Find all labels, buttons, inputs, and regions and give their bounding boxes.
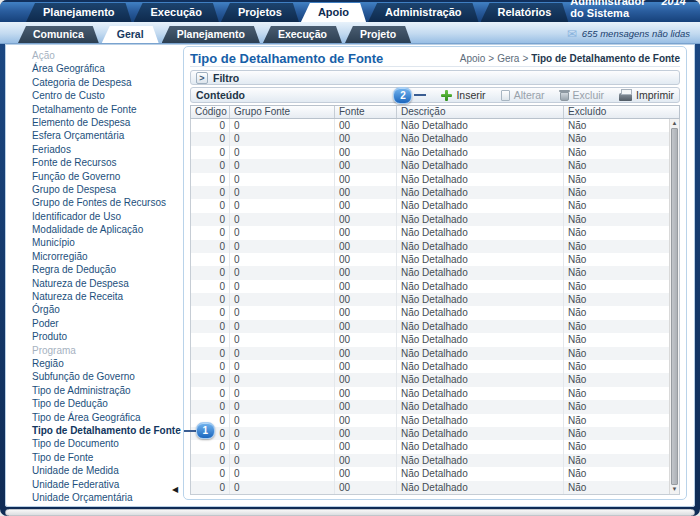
table-row[interactable]: 0000Não DetalhadoNão <box>191 414 669 427</box>
expand-filter-button[interactable]: > <box>196 72 208 84</box>
table-row[interactable]: 0000Não DetalhadoNão <box>191 253 669 266</box>
table-row[interactable]: 0000Não DetalhadoNão <box>191 400 669 413</box>
sidebar-item-tipo-de-area-geografica[interactable]: Tipo de Área Geográfica <box>32 411 181 424</box>
table-cell: 0 <box>191 467 230 480</box>
table-row[interactable]: 0000Não DetalhadoNão <box>191 173 669 186</box>
vertical-scrollbar[interactable]: ▲ ▼ <box>669 119 679 494</box>
unread-messages-link[interactable]: 655 mensagens não lidas <box>582 28 690 39</box>
sidebar-item-elemento-de-despesa[interactable]: Elemento de Despesa <box>32 116 181 129</box>
table-row[interactable]: 0000Não DetalhadoNão <box>191 306 669 319</box>
sidebar-item-microrregiao[interactable]: Microrregião <box>32 250 181 263</box>
table-cell: Não Detalhado <box>397 159 564 172</box>
table-row[interactable]: 0000Não DetalhadoNão <box>191 159 669 172</box>
primary-tab-planejamento[interactable]: Planejamento <box>26 3 132 22</box>
primary-tab-execucao[interactable]: Execução <box>134 3 219 22</box>
primary-tab-apoio[interactable]: Apoio <box>301 3 366 22</box>
sidebar-item-unidade-de-medida[interactable]: Unidade de Medida <box>32 464 181 477</box>
table-cell: 00 <box>335 427 397 440</box>
sidebar-item-tipo-de-documento[interactable]: Tipo de Documento <box>32 437 181 450</box>
sidebar-item-regiao[interactable]: Região <box>32 357 181 370</box>
table-cell: Não <box>564 199 669 212</box>
secondary-tab-comunica[interactable]: Comunica <box>18 26 99 43</box>
toolbar-button-label: Alterar <box>514 89 545 101</box>
sidebar-item-fonte-de-recursos[interactable]: Fonte de Recursos <box>32 156 181 169</box>
filter-section-bar: > Filtro <box>190 70 680 85</box>
table-row[interactable]: 0000Não DetalhadoNão <box>191 240 669 253</box>
sidebar-item-grupo-de-fontes-de-recursos[interactable]: Grupo de Fontes de Recursos <box>32 196 181 209</box>
sidebar-item-subfuncao-de-governo[interactable]: Subfunção de Governo <box>32 370 181 383</box>
table-row[interactable]: 0000Não DetalhadoNão <box>191 467 669 480</box>
table-row[interactable]: 0000Não DetalhadoNão <box>191 454 669 467</box>
sidebar-item-regra-de-deducao[interactable]: Regra de Dedução <box>32 263 181 276</box>
alterar-button[interactable]: Alterar <box>501 89 545 101</box>
sidebar-item-municipio[interactable]: Município <box>32 236 181 249</box>
breadcrumb-apoio[interactable]: Apoio <box>460 53 486 64</box>
table-row[interactable]: 0000Não DetalhadoNão <box>191 427 669 440</box>
secondary-tab-execucao[interactable]: Execução <box>263 26 342 43</box>
table-row[interactable]: 0000Não DetalhadoNão <box>191 440 669 453</box>
table-row[interactable]: 0000Não DetalhadoNão <box>191 320 669 333</box>
sidebar-collapse-icon[interactable]: ◀ <box>172 485 178 494</box>
sidebar-item-poder[interactable]: Poder <box>32 317 181 330</box>
secondary-tab-projeto[interactable]: Projeto <box>345 26 411 43</box>
table-row[interactable]: 0000Não DetalhadoNão <box>191 146 669 159</box>
imprimir-button[interactable]: Imprimir <box>619 89 674 101</box>
scrollbar-thumb[interactable] <box>671 128 678 485</box>
sidebar-item-tipo-de-fonte[interactable]: Tipo de Fonte <box>32 451 181 464</box>
table-cell: 00 <box>335 454 397 467</box>
primary-tab-administracao[interactable]: Administração <box>368 3 478 22</box>
excluir-button[interactable]: Excluir <box>560 89 605 101</box>
column-header-codigo[interactable]: Código <box>191 106 230 118</box>
breadcrumb-gera[interactable]: Gera <box>497 53 519 64</box>
secondary-tab-planejamento[interactable]: Planejamento <box>162 26 260 43</box>
table-row[interactable]: 0000Não DetalhadoNão <box>191 347 669 360</box>
sidebar-item-identificador-de-uso[interactable]: Identificador de Uso <box>32 210 181 223</box>
sidebar-item-feriados[interactable]: Feriados <box>32 143 181 156</box>
sidebar-item-grupo-de-despesa[interactable]: Grupo de Despesa <box>32 183 181 196</box>
primary-tab-relatorios[interactable]: Relatórios <box>481 3 569 22</box>
sidebar-item-unidade-orcamentaria[interactable]: Unidade Orçamentária <box>32 491 181 504</box>
table-row[interactable]: 0000Não DetalhadoNão <box>191 132 669 145</box>
table-row[interactable]: 0000Não DetalhadoNão <box>191 119 669 132</box>
sidebar-item-natureza-de-despesa[interactable]: Natureza de Despesa <box>32 277 181 290</box>
table-row[interactable]: 0000Não DetalhadoNão <box>191 199 669 212</box>
secondary-tab-geral[interactable]: Geral <box>102 26 159 43</box>
table-row[interactable]: 0000Não DetalhadoNão <box>191 387 669 400</box>
inserir-button[interactable]: Inserir <box>441 89 485 101</box>
table-cell: Não <box>564 280 669 293</box>
scroll-down-icon[interactable]: ▼ <box>670 485 679 494</box>
sidebar-item-tipo-de-administracao[interactable]: Tipo de Administração <box>32 384 181 397</box>
envelope-icon[interactable]: ✉ <box>567 29 577 39</box>
column-header-descricao[interactable]: Descrição <box>397 106 564 118</box>
sidebar-item-centro-de-custo[interactable]: Centro de Custo <box>32 89 181 102</box>
sidebar-item-area-geografica[interactable]: Área Geográfica <box>32 62 181 75</box>
sidebar-item-modalidade-de-aplicacao[interactable]: Modalidade de Aplicação <box>32 223 181 236</box>
sidebar-item-tipo-de-deducao[interactable]: Tipo de Dedução <box>32 397 181 410</box>
table-row[interactable]: 0000Não DetalhadoNão <box>191 373 669 386</box>
sidebar-item-detalhamento-de-fonte[interactable]: Detalhamento de Fonte <box>32 103 181 116</box>
sidebar-item-funcao-de-governo[interactable]: Função de Governo <box>32 170 181 183</box>
sidebar-item-tipo-de-detalhamento-de-fonte[interactable]: Tipo de Detalhamento de Fonte1 <box>32 424 181 437</box>
primary-tab-projetos[interactable]: Projetos <box>221 3 299 22</box>
column-header-fonte[interactable]: Fonte <box>335 106 397 118</box>
column-header-excluido[interactable]: Excluído <box>564 106 669 118</box>
table-cell: 0 <box>230 146 335 159</box>
sidebar-item-orgao[interactable]: Órgão <box>32 303 181 316</box>
table-row[interactable]: 0000Não DetalhadoNão <box>191 226 669 239</box>
table-row[interactable]: 0000Não DetalhadoNão <box>191 360 669 373</box>
sidebar-item-label: Elemento de Despesa <box>32 117 130 128</box>
sidebar-item-natureza-de-receita[interactable]: Natureza de Receita <box>32 290 181 303</box>
table-row[interactable]: 0000Não DetalhadoNão <box>191 280 669 293</box>
table-row[interactable]: 0000Não DetalhadoNão <box>191 481 669 494</box>
table-row[interactable]: 0000Não DetalhadoNão <box>191 333 669 346</box>
table-row[interactable]: 0000Não DetalhadoNão <box>191 293 669 306</box>
table-row[interactable]: 0000Não DetalhadoNão <box>191 186 669 199</box>
column-header-grupo-fonte[interactable]: Grupo Fonte <box>230 106 335 118</box>
sidebar-item-unidade-federativa[interactable]: Unidade Federativa <box>32 478 181 491</box>
sidebar-item-produto[interactable]: Produto <box>32 330 181 343</box>
table-row[interactable]: 0000Não DetalhadoNão <box>191 213 669 226</box>
scroll-up-icon[interactable]: ▲ <box>670 119 679 128</box>
sidebar-item-categoria-de-despesa[interactable]: Categoria de Despesa <box>32 76 181 89</box>
table-row[interactable]: 0000Não DetalhadoNão <box>191 266 669 279</box>
sidebar-item-esfera-orcamentaria[interactable]: Esfera Orçamentária <box>32 129 181 142</box>
